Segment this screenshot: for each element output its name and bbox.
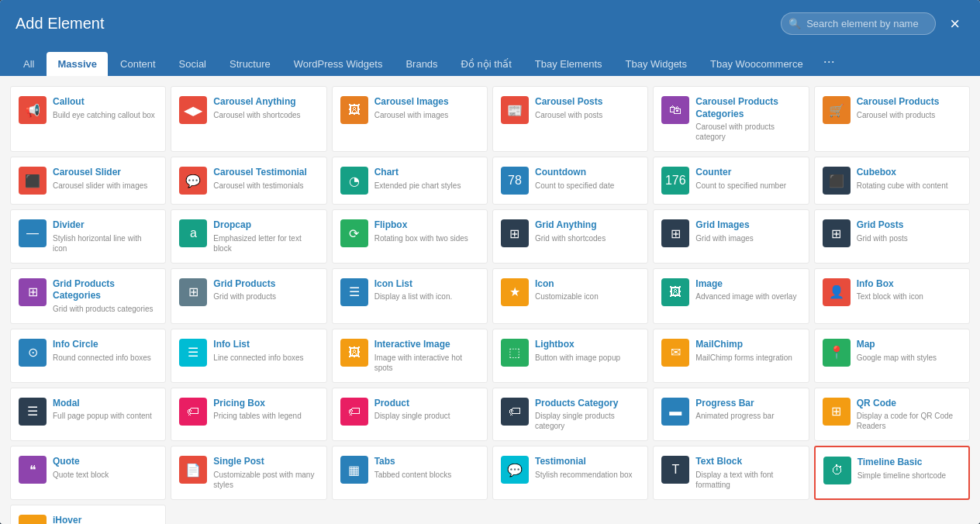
element-carousel-slider[interactable]: ⬛Carousel SliderCarousel slider with ima… bbox=[10, 157, 166, 205]
close-button[interactable]: × bbox=[945, 14, 964, 34]
element-text-wrapper: Grid AnythingGrid with shortcodes bbox=[535, 219, 640, 243]
element-grid-posts[interactable]: ⊞Grid PostsGrid with posts bbox=[814, 209, 970, 264]
element-dropcap[interactable]: aDropcapEmphasized letter for text block bbox=[171, 209, 326, 264]
element-icon-icon-list: ☰ bbox=[340, 278, 368, 306]
element-text-wrapper: Interactive ImageImage with interactive … bbox=[374, 339, 479, 373]
element-name: Carousel Posts bbox=[535, 96, 640, 109]
element-description: Image with interactive hot spots bbox=[374, 353, 479, 373]
element-icon[interactable]: ★IconCustomizable icon bbox=[492, 268, 648, 324]
element-grid-anything[interactable]: ⊞Grid AnythingGrid with shortcodes bbox=[492, 209, 648, 264]
element-timeline-basic[interactable]: ⏱Timeline BasicSimple timeline shortcode bbox=[814, 446, 970, 500]
element-tabs[interactable]: ▦TabsTabbed content blocks bbox=[332, 446, 488, 500]
element-map[interactable]: 📍MapGoogle map with styles bbox=[814, 329, 970, 383]
element-icon-carousel-posts: 📰 bbox=[501, 96, 529, 124]
element-counter[interactable]: 176CounterCount to specified number bbox=[653, 157, 809, 205]
element-name: Pricing Box bbox=[213, 398, 318, 410]
element-icon-products-category: 🏷 bbox=[501, 398, 529, 426]
tab-wordpress-widgets[interactable]: WordPress Widgets bbox=[283, 52, 394, 76]
element-icon-timeline-basic: ⏱ bbox=[823, 457, 851, 484]
add-element-modal: Add Element 🔍 × AllMassiveContentSocialS… bbox=[0, 0, 980, 524]
element-name: Interactive Image bbox=[374, 339, 479, 351]
element-icon-divider: — bbox=[19, 219, 47, 247]
tab-brands[interactable]: Brands bbox=[395, 52, 448, 76]
element-name: MailChimp bbox=[695, 339, 800, 351]
element-ihover[interactable]: ◑iHoveriHover with different animations bbox=[10, 505, 166, 524]
element-quote[interactable]: ❝QuoteQuote text block bbox=[10, 446, 166, 500]
element-name: Icon bbox=[535, 278, 640, 291]
element-chart[interactable]: ◔ChartExtended pie chart styles bbox=[332, 157, 488, 205]
element-text-wrapper: Text BlockDisplay a text with font forma… bbox=[695, 456, 800, 490]
element-grid-products[interactable]: ⊞Grid ProductsGrid with products bbox=[171, 268, 326, 324]
tab-structure[interactable]: Structure bbox=[219, 52, 281, 76]
element-grid-images[interactable]: ⊞Grid ImagesGrid with images bbox=[653, 209, 809, 264]
element-icon-carousel-products: 🛒 bbox=[823, 96, 851, 124]
element-text-block[interactable]: TText BlockDisplay a text with font form… bbox=[653, 446, 809, 500]
element-info-box[interactable]: 👤Info BoxText block with icon bbox=[814, 268, 970, 324]
element-single-post[interactable]: 📄Single PostCustomizable post with many … bbox=[171, 446, 326, 500]
element-callout[interactable]: 📢CalloutBuild eye catching callout box bbox=[10, 86, 166, 152]
element-name: Icon List bbox=[374, 278, 479, 291]
element-qr-code[interactable]: ⊞QR CodeDisplay a code for QR Code Reade… bbox=[814, 388, 970, 442]
element-name: Testimonial bbox=[535, 456, 640, 468]
element-product[interactable]: 🏷ProductDisplay single product bbox=[332, 388, 488, 442]
element-text-wrapper: Info BoxText block with icon bbox=[857, 278, 961, 302]
element-text-wrapper: Grid ImagesGrid with images bbox=[695, 219, 800, 243]
element-icon-callout: 📢 bbox=[19, 96, 47, 124]
modal-title: Add Element bbox=[16, 15, 105, 33]
element-icon-text-block: T bbox=[661, 456, 689, 484]
element-name: Single Post bbox=[213, 456, 318, 468]
element-carousel-anything[interactable]: ◀▶Carousel AnythingCarousel with shortco… bbox=[171, 86, 326, 152]
element-carousel-products[interactable]: 🛒Carousel ProductsCarousel with products bbox=[814, 86, 970, 152]
element-icon-chart: ◔ bbox=[340, 167, 368, 195]
element-text-wrapper: Timeline BasicSimple timeline shortcode bbox=[858, 457, 961, 481]
element-icon-modal: ☰ bbox=[19, 398, 47, 426]
element-text-wrapper: CubeboxRotating cube with content bbox=[857, 167, 961, 191]
tab-tbay-elements[interactable]: Tbay Elements bbox=[524, 52, 613, 76]
element-carousel-posts[interactable]: 📰Carousel PostsCarousel with posts bbox=[492, 86, 648, 152]
search-input[interactable] bbox=[781, 12, 936, 35]
element-mailchimp[interactable]: ✉MailChimpMailChimp forms integration bbox=[653, 329, 809, 383]
element-image[interactable]: 🖼ImageAdvanced image with overlay bbox=[653, 268, 809, 324]
element-icon-quote: ❝ bbox=[19, 456, 47, 484]
element-description: Pricing tables with legend bbox=[213, 411, 318, 421]
element-carousel-images[interactable]: 🖼Carousel ImagesCarousel with images bbox=[332, 86, 488, 152]
tab-content[interactable]: Content bbox=[109, 52, 167, 76]
element-divider[interactable]: —DividerStylish horizontal line with ico… bbox=[10, 209, 166, 264]
element-name: Grid Images bbox=[695, 219, 800, 232]
element-products-category[interactable]: 🏷Products CategoryDisplay single product… bbox=[492, 388, 648, 442]
tab-all[interactable]: All bbox=[12, 52, 45, 76]
element-flipbox[interactable]: ⟳FlipboxRotating box with two sides bbox=[332, 209, 488, 264]
element-cubebox[interactable]: ⬛CubeboxRotating cube with content bbox=[814, 157, 970, 205]
tab-tbay-widgets[interactable]: Tbay Widgets bbox=[615, 52, 698, 76]
tab-social[interactable]: Social bbox=[168, 52, 217, 76]
element-countdown[interactable]: 78CountdownCount to specified date bbox=[492, 157, 648, 205]
element-carousel-testimonial[interactable]: 💬Carousel TestimonialCarousel with testi… bbox=[171, 157, 326, 205]
element-text-wrapper: Pricing BoxPricing tables with legend bbox=[213, 398, 318, 422]
element-info-circle[interactable]: ⊙Info CircleRound connected info boxes bbox=[10, 329, 166, 383]
element-progress-bar[interactable]: ▬Progress BarAnimated progress bar bbox=[653, 388, 809, 442]
tab-tbay-woocommerce[interactable]: Tbay Woocommerce bbox=[699, 52, 814, 76]
element-icon-list[interactable]: ☰Icon ListDisplay a list with icon. bbox=[332, 268, 488, 324]
element-grid-products-categories[interactable]: ⊞Grid Products CategoriesGrid with produ… bbox=[10, 268, 166, 324]
element-pricing-box[interactable]: 🏷Pricing BoxPricing tables with legend bbox=[171, 388, 326, 442]
element-carousel-products-categories[interactable]: 🛍Carousel Products CategoriesCarousel wi… bbox=[653, 86, 809, 152]
element-text-wrapper: Single PostCustomizable post with many s… bbox=[213, 456, 318, 490]
element-modal[interactable]: ☰ModalFull page popup with content bbox=[10, 388, 166, 442]
element-text-wrapper: MailChimpMailChimp forms integration bbox=[695, 339, 800, 363]
element-description: Display single product bbox=[374, 411, 479, 421]
element-name: Flipbox bbox=[374, 219, 479, 232]
element-lightbox[interactable]: ⬚LightboxButton with image popup bbox=[492, 329, 648, 383]
element-interactive-image[interactable]: 🖼Interactive ImageImage with interactive… bbox=[332, 329, 488, 383]
tab-do-noi-that[interactable]: Đồ nội thất bbox=[450, 52, 523, 76]
content-area[interactable]: 📢CalloutBuild eye catching callout box◀▶… bbox=[0, 76, 980, 524]
element-info-list[interactable]: ☰Info ListLine connected info boxes bbox=[171, 329, 326, 383]
element-text-wrapper: Grid Products CategoriesGrid with produc… bbox=[53, 278, 157, 314]
element-name: Image bbox=[695, 278, 800, 291]
element-text-wrapper: Grid PostsGrid with posts bbox=[857, 219, 961, 243]
element-testimonial[interactable]: 💬TestimonialStylish recommendation box bbox=[492, 446, 648, 500]
tabs-more-button[interactable]: ··· bbox=[816, 47, 843, 76]
element-name: Grid Posts bbox=[857, 219, 961, 232]
tab-massive[interactable]: Massive bbox=[47, 52, 108, 76]
element-name: iHover bbox=[53, 515, 157, 524]
element-icon-info-circle: ⊙ bbox=[19, 339, 47, 367]
